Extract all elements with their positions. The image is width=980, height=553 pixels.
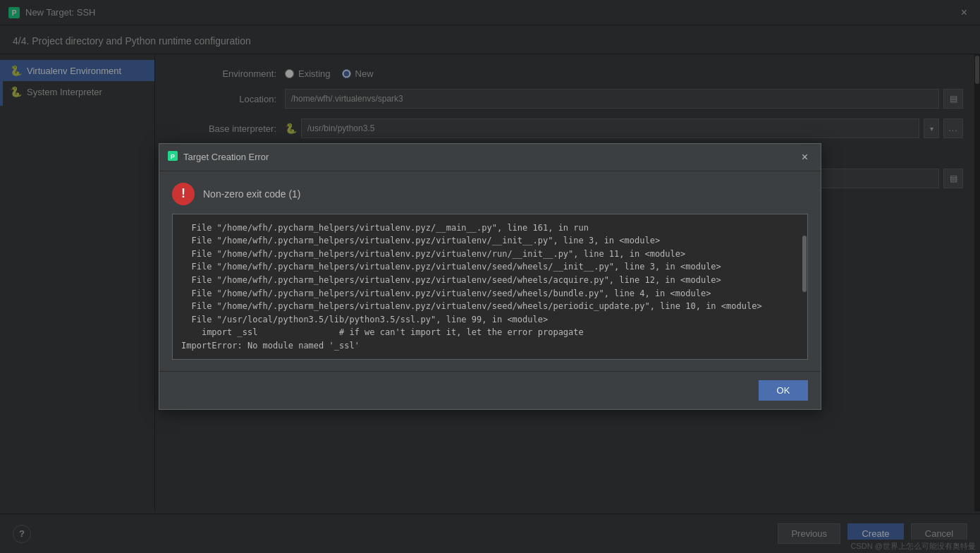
- dialog-title-bar: P Target Creation Error ×: [159, 144, 821, 171]
- svg-text:P: P: [171, 153, 175, 160]
- dialog-overlay: P Target Creation Error × ! Non-zero exi…: [0, 0, 980, 553]
- error-dialog: P Target Creation Error × ! Non-zero exi…: [159, 143, 821, 411]
- error-text-content: File "/home/wfh/.pycharm_helpers/virtual…: [181, 221, 799, 353]
- error-scrollbar[interactable]: [802, 214, 807, 360]
- dialog-title-text: Target Creation Error: [183, 152, 792, 162]
- dialog-title-icon: P: [168, 151, 178, 163]
- error-text-box[interactable]: File "/home/wfh/.pycharm_helpers/virtual…: [172, 214, 808, 360]
- dialog-body: ! Non-zero exit code (1) File "/home/wfh…: [159, 171, 821, 372]
- error-title-text: Non-zero exit code (1): [203, 188, 301, 200]
- error-icon: !: [172, 183, 195, 205]
- ok-button[interactable]: OK: [759, 380, 808, 401]
- dialog-close-button[interactable]: ×: [797, 150, 812, 165]
- error-scrollbar-thumb: [802, 236, 807, 292]
- dialog-error-header: ! Non-zero exit code (1): [172, 183, 808, 205]
- dialog-footer: OK: [159, 371, 821, 409]
